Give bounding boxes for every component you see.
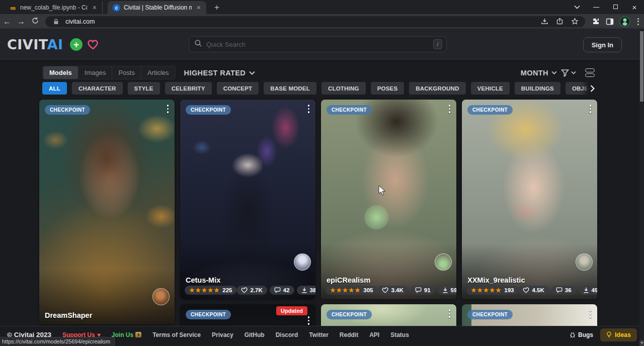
search-bar[interactable]: /: [189, 36, 447, 52]
card-menu-icon[interactable]: [308, 105, 310, 113]
chip-celebrity[interactable]: CELEBRITY: [165, 82, 212, 95]
footer-link-discord[interactable]: Discord: [276, 331, 298, 338]
favorites-heart-icon[interactable]: [87, 38, 99, 51]
card-menu-icon[interactable]: [590, 105, 592, 113]
browser-tab-colab[interactable]: ∞ new_colab_file.ipynb - Colaborat ×: [4, 1, 103, 14]
create-plus-button[interactable]: +: [70, 38, 83, 51]
footer-link-twitter[interactable]: Twitter: [309, 331, 328, 338]
bug-icon: [570, 331, 576, 338]
forward-button[interactable]: →: [14, 17, 28, 26]
extensions-puzzle-icon[interactable]: [590, 16, 601, 27]
model-card-dreamshaper[interactable]: CHECKPOINT DreamShaper: [39, 100, 175, 324]
likes-pill: 4.5K: [518, 286, 548, 295]
scrollbar-down-arrow[interactable]: [639, 340, 644, 346]
creator-avatar[interactable]: [152, 288, 170, 305]
model-card-cetus-mix[interactable]: CHECKPOINT Cetus-Mix ★★★★★ 225 2.7K 42 3…: [180, 100, 315, 299]
model-card-epicrealism[interactable]: CHECKPOINT epiCRealism ★★★★★ 305 3.4K 91…: [321, 100, 456, 299]
share-icon[interactable]: [554, 16, 565, 27]
chip-style[interactable]: STYLE: [128, 82, 160, 95]
rating-count: 305: [363, 287, 373, 293]
tab-posts[interactable]: Posts: [112, 66, 141, 79]
model-type-badge: CHECKPOINT: [467, 310, 513, 319]
chip-clothing[interactable]: CLOTHING: [321, 82, 366, 95]
card-menu-icon[interactable]: [590, 309, 592, 318]
card-menu-icon[interactable]: [449, 105, 451, 113]
creator-avatar[interactable]: [435, 253, 452, 271]
page-scrollbar[interactable]: [639, 29, 644, 346]
model-card-xxmix-9realistic[interactable]: CHECKPOINT XXMix_9realistic ★★★★★ 193 4.…: [462, 100, 597, 299]
chip-background[interactable]: BACKGROUND: [409, 82, 465, 95]
civitai-favicon: c: [113, 4, 120, 12]
tab-models[interactable]: Models: [43, 66, 78, 79]
tab-search-icon[interactable]: [568, 4, 587, 11]
download-icon: [442, 287, 448, 293]
maximize-button[interactable]: [606, 4, 625, 11]
comment-icon: [556, 287, 562, 293]
download-page-icon[interactable]: [539, 16, 550, 27]
comments-pill: 36: [551, 286, 576, 295]
tab-title: new_colab_file.ipynb - Colaborat: [20, 4, 88, 11]
back-button[interactable]: ←: [0, 17, 14, 26]
new-tab-button[interactable]: +: [210, 1, 223, 14]
chips-scroll-right-icon[interactable]: [582, 82, 595, 95]
reload-button[interactable]: [28, 17, 42, 26]
heart-icon: [523, 287, 529, 293]
card-menu-icon[interactable]: [449, 309, 451, 318]
address-bar[interactable]: civitai.com: [45, 16, 585, 27]
chevron-down-icon: [249, 71, 255, 75]
side-panel-icon[interactable]: [604, 16, 615, 27]
footer-link-status[interactable]: Status: [390, 331, 409, 338]
join-us-link[interactable]: Join Us$: [112, 331, 141, 338]
search-input[interactable]: [206, 41, 429, 48]
chip-vehicle[interactable]: VEHICLE: [471, 82, 510, 95]
tab-articles[interactable]: Articles: [141, 66, 175, 79]
star-icon: ★★★★★: [471, 287, 502, 293]
footer-link-api[interactable]: API: [369, 331, 379, 338]
browser-menu-icon[interactable]: [632, 16, 643, 27]
period-dropdown[interactable]: MONTH: [521, 69, 557, 77]
browser-tab-civitai[interactable]: c Civitai | Stable Diffusion models, ×: [108, 1, 206, 14]
chip-poses[interactable]: POSES: [371, 82, 405, 95]
likes-pill: 3.4K: [377, 286, 408, 295]
rating-count: 193: [504, 287, 514, 293]
search-shortcut-key: /: [433, 39, 442, 49]
chip-base-model[interactable]: BASE MODEL: [264, 82, 316, 95]
bugs-link[interactable]: Bugs: [570, 331, 593, 338]
star-icon: ★★★★★: [330, 287, 361, 293]
tab-images[interactable]: Images: [78, 66, 113, 79]
close-icon[interactable]: ×: [91, 4, 98, 12]
profile-avatar[interactable]: [619, 16, 630, 27]
footer-link-reddit[interactable]: Reddit: [340, 331, 358, 338]
sort-dropdown[interactable]: HIGHEST RATED: [184, 69, 256, 77]
creator-avatar[interactable]: [294, 253, 311, 271]
lightbulb-icon: [606, 331, 612, 338]
avatar: [619, 16, 630, 27]
footer-link-terms[interactable]: Terms of Service: [152, 331, 201, 338]
filter-dropdown[interactable]: [561, 69, 576, 77]
civitai-logo[interactable]: CIVITAI: [7, 37, 63, 52]
chip-buildings[interactable]: BUILDINGS: [515, 82, 560, 95]
card-menu-icon[interactable]: [167, 105, 169, 113]
minimize-button[interactable]: —: [587, 4, 606, 11]
bookmark-star-icon[interactable]: [569, 16, 580, 27]
layout-toggle-icon[interactable]: [585, 68, 595, 77]
chip-character[interactable]: CHARACTER: [72, 82, 123, 95]
close-icon[interactable]: ×: [195, 4, 202, 12]
footer-link-privacy[interactable]: Privacy: [212, 331, 233, 338]
footer-link-github[interactable]: GitHub: [245, 331, 265, 338]
ideas-button[interactable]: Ideas: [600, 328, 637, 341]
rating-pill: ★★★★★ 305: [326, 286, 377, 295]
rating-pill: ★★★★★ 225: [185, 286, 236, 295]
chip-concept[interactable]: CONCEPT: [217, 82, 259, 95]
model-title: Cetus-Mix: [186, 276, 220, 284]
downloads-pill: 45K: [579, 286, 597, 295]
close-window-button[interactable]: ×: [625, 3, 644, 12]
model-type-badge: CHECKPOINT: [327, 310, 372, 319]
card-menu-icon[interactable]: [308, 316, 310, 325]
chip-all[interactable]: ALL: [42, 82, 67, 95]
scrollbar-thumb[interactable]: [640, 31, 643, 102]
sign-in-button[interactable]: Sign In: [583, 37, 622, 52]
lock-icon: [50, 16, 61, 27]
creator-avatar[interactable]: [576, 253, 593, 271]
model-title: epiCRealism: [327, 276, 370, 284]
